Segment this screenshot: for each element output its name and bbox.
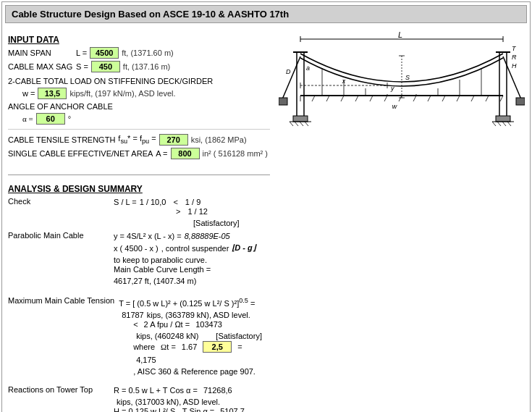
check-1-9: 1 / 9 [185, 198, 200, 206]
omega-final: 4,175 [136, 356, 156, 364]
svg-rect-7 [293, 116, 308, 122]
R-unit: kips, (317003 kN), ASD level. [117, 398, 220, 406]
divider1 [8, 129, 270, 130]
omega-val: 1.67 [182, 342, 197, 351]
cable-sag-row: CABLE MAX SAG S = 450 ft, (137.16 m) [8, 61, 270, 72]
area-row: SINGLE CABLE EFFECTIVE/NET AREA A = 800 … [8, 148, 270, 159]
cable-sag-value[interactable]: 450 [91, 61, 120, 72]
svg-rect-38 [279, 98, 287, 105]
tension-2A-unit: kips, (460248 kN) [136, 332, 198, 340]
area-value[interactable]: 800 [171, 148, 200, 159]
tensile-label: CABLE TENSILE STRENGTH [8, 135, 115, 144]
area-unit: in² ( 516128 mm² ) [203, 149, 268, 158]
svg-text:D: D [286, 68, 291, 75]
svg-text:a: a [306, 64, 310, 72]
reactions-line1: R = 0.5 w L + T Cos α = 71268,6 kips, (3… [114, 386, 270, 406]
svg-text:w: w [392, 103, 397, 110]
cable-curve-eq: Main Cable Curve Length = [114, 265, 211, 274]
reactions-line2: H = 0.125 w L²/ S - T Sin α = 5107,7 kip… [114, 407, 270, 412]
area-A: A = [156, 149, 167, 158]
check-satisfactory: [Satisfactory] [193, 219, 240, 227]
content-area: INPUT DATA MAIN SPAN L = 4500 ft, (1371.… [5, 28, 527, 412]
input-header: INPUT DATA [8, 35, 270, 45]
main-span-value[interactable]: 4500 [90, 47, 119, 59]
parabolic-line2: Main Cable Curve Length = 4617,27 ft, (1… [114, 265, 270, 285]
tension-lt: < [133, 320, 138, 329]
deck-load-row: w = 13,5 kips/ft, (197 kN/m), ASD level. [22, 88, 270, 99]
tension-content: T = [ (0.5 w L)² + (0.125 w L²/ S )²]0.5… [119, 296, 270, 377]
right-panel: L [276, 28, 528, 412]
deck-load-header: 2-CABLE TOTAL LOAD ON STIFFENING DECK/GI… [8, 77, 270, 85]
parabolic-to-keep: to keep to parabolic curve. [114, 256, 207, 264]
parabolic-line1: y = 4S/L² x (L - x) = 8,88889E-05 x ( 45… [114, 232, 270, 264]
reactions-row: Reactions on Tower Top R = 0.5 w L + T C… [8, 385, 270, 412]
tension-2A: 2 A fpu / Ωt = [144, 320, 190, 329]
main-container: Cable Structure Design Based on ASCE 19-… [1, 1, 531, 412]
tension-exp: 0.5 [239, 297, 248, 304]
svg-text:R: R [512, 54, 517, 61]
check-lt: < [173, 198, 177, 206]
svg-text:y: y [390, 85, 394, 92]
omega-x[interactable]: 2,5 [203, 341, 232, 353]
main-span-row: MAIN SPAN L = 4500 ft, (1371.60 m) [8, 47, 270, 59]
analysis-header: ANALYSIS & DESIGN SUMMARY [8, 184, 270, 194]
anchor-unit: ° [68, 114, 71, 123]
anchor-value[interactable]: 60 [36, 113, 65, 125]
anchor-alpha: α = [22, 114, 33, 123]
tension-line1: T = [ (0.5 w L)² + (0.125 w L²/ S )²]0.5… [119, 297, 270, 319]
omega-result: = [237, 342, 242, 351]
tension-unit: kips, (363789 kN), ASD level. [147, 311, 250, 319]
tension-line2: < 2 A fpu / Ωt = 103473 kips, (460248 kN… [133, 320, 270, 340]
tension-satisfactory: [Satisfactory] [216, 332, 262, 340]
left-panel: INPUT DATA MAIN SPAN L = 4500 ft, (1371.… [5, 28, 273, 412]
H-eq: H = 0.125 w L²/ S - T Sin α = [114, 407, 214, 412]
cable-sag-unit: ft, (137.16 m) [123, 62, 170, 71]
parabolic-content: y = 4S/L² x (L - x) = 8,88889E-05 x ( 45… [114, 231, 270, 286]
main-span-L: L = [76, 49, 87, 57]
deck-load-value[interactable]: 13,5 [38, 88, 67, 99]
tensile-sub: su [120, 138, 127, 146]
title-bar: Cable Structure Design Based on ASCE 19-… [5, 5, 527, 23]
tensile-unit: ksi, (1862 MPa) [191, 135, 247, 144]
parabolic-symbol: ⌊D - g⌋ [232, 243, 255, 253]
omega-eq: Ωt = [161, 342, 176, 351]
where-label: where [133, 342, 155, 351]
deck-load-section: 2-CABLE TOTAL LOAD ON STIFFENING DECK/GI… [8, 77, 270, 99]
R-eq: R = 0.5 w L + T Cos α = [114, 386, 198, 395]
check-line1: S / L = 1 / 10,0 < 1 / 9 [114, 198, 270, 206]
tensile-pu: pu [142, 138, 149, 146]
spacer3 [8, 379, 270, 382]
parabolic-y-eq: y = 4S/L² x (L - x) = [114, 232, 182, 240]
parabolic-control: , control suspender [161, 244, 229, 253]
tension-label: Maximum Main Cable Tension [8, 296, 114, 305]
H-val: 5107,7 [220, 407, 245, 412]
svg-rect-39 [516, 98, 525, 105]
svg-rect-10 [496, 116, 510, 122]
svg-text:x: x [342, 77, 346, 85]
spacer1 [8, 161, 270, 169]
check-label: Check [8, 197, 109, 206]
main-span-label: MAIN SPAN [8, 49, 73, 57]
title-text: Cable Structure Design Based on ASCE 19-… [12, 9, 289, 20]
omega-ref: , AISC 360 & Reference page 907. [133, 367, 256, 376]
tension-line3: where Ωt = 1.67 2,5 = 4,175 , AISC 360 &… [133, 341, 270, 376]
main-span-unit: ft, (1371.60 m) [122, 49, 174, 57]
check-line2: > 1 / 12 [Satisfactory] [172, 207, 270, 227]
anchor-row: α = 60 ° [22, 113, 270, 125]
tensile-formula: fsu* = fpu = [118, 134, 156, 145]
parabolic-row: Parabolic Main Cable y = 4S/L² x (L - x)… [8, 231, 270, 286]
svg-text:L: L [398, 30, 402, 39]
R-val: 71268,6 [203, 386, 232, 395]
svg-text:H: H [512, 62, 517, 70]
check-content: S / L = 1 / 10,0 < 1 / 9 > 1 / 12 [Satis… [114, 197, 270, 228]
parabolic-coef: 8,88889E-05 [185, 232, 230, 240]
bridge-diagram: L [279, 30, 525, 154]
tension-row: Maximum Main Cable Tension T = [ (0.5 w … [8, 296, 270, 377]
check-1-12: 1 / 12 [187, 207, 208, 216]
spacer2 [8, 289, 270, 293]
analysis-section: ANALYSIS & DESIGN SUMMARY Check S / L = … [8, 175, 270, 412]
deck-load-unit: kips/ft, (197 kN/m), ASD level. [69, 89, 175, 98]
tensile-value[interactable]: 270 [159, 134, 188, 146]
check-row: Check S / L = 1 / 10,0 < 1 / 9 > 1 / 12 … [8, 197, 270, 228]
check-sl-eq: S / L = [114, 198, 137, 206]
